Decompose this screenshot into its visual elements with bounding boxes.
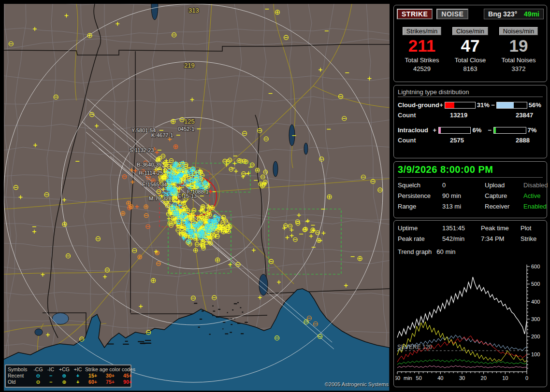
bearing-readout: Bng 323° 49mi [484,9,544,19]
cg-count-row: Count 13219 23847 [398,112,543,119]
cg-plus-pct: 31% [477,101,491,109]
range-ring-label: 313 [188,7,199,14]
intracloud-label: Intracloud [398,126,433,134]
strikes-counter: Strikes/min 211 Total Strikes 42529 [398,27,446,72]
peak-rate-label: Peak rate [398,235,442,242]
trend-section: Uptime 1351:45 Peak time Plot Peak rate … [393,220,547,387]
svg-text:50: 50 [416,375,422,381]
cell-label: F-1088-1 [187,189,209,195]
plot-label: Plot [521,224,550,232]
cg-plus-symbol: ⊕ [57,373,72,379]
upload-label: Upload [485,182,523,189]
legend-col-header: +IC [72,366,84,373]
trend-series-pink [397,365,527,368]
legend-col-header: -IC [44,366,57,373]
svg-text:20: 20 [481,375,487,381]
svg-text:100: 100 [531,351,540,357]
distribution-section: Lightning type distribution Cloud-ground… [393,85,547,158]
cg-minus-symbol: ⊖ [32,379,44,385]
close-per-min-value: 47 [461,36,480,56]
total-noises-value: 3372 [512,65,526,72]
ic-minus-symbol: − [44,379,57,385]
svg-text:30: 30 [459,375,465,381]
ic-plus-bar [438,127,471,134]
legend-row-label: Recent [8,373,32,379]
age-code: 60+ [84,379,101,385]
cloud-ground-label: Cloud-ground [398,101,439,109]
svg-text:300: 300 [531,316,540,322]
strike-button[interactable]: STRIKE [397,9,433,19]
distribution-title: Lightning type distribution [398,88,543,97]
datetime-display: 3/9/2026 8:00:00 PM [398,164,543,178]
squelch-value: 0 [442,182,485,189]
svg-text:200: 200 [531,334,540,339]
right-panel: STRIKE NOISE Bng 323° 49mi Strikes/min 2… [392,0,550,392]
strike-map[interactable]: 313219125Y-5801-540452-1K-4677-1S-1132-2… [4,4,390,391]
plot-value: Strike [521,235,550,242]
map-canvas: 313219125Y-5801-540452-1K-4677-1S-1132-2… [4,4,390,391]
ic-plus-symbol: + [72,373,84,379]
legend-row-label: Old [8,379,32,385]
cg-plus-count: 13219 [450,112,516,119]
count-label: Count [398,112,450,119]
ic-minus-bar [493,127,526,134]
range-ring-label: 219 [184,62,195,69]
svg-text:10: 10 [502,375,508,381]
close-per-min-chip: Close/min [452,27,488,35]
receiver-label: Receiver [485,203,523,210]
cell-label: H-1114-25 [139,170,163,176]
cg-minus-symbol: ⊖ [32,373,44,379]
svg-text:500: 500 [531,281,540,287]
age-code: 15+ [84,373,101,379]
count-label: Count [398,137,450,144]
legend-symbols-label: Symbols [8,366,32,373]
svg-text:0: 0 [525,375,528,381]
trend-series-yellow [397,322,527,363]
range-ring-label: 125 [184,118,195,125]
cg-plus-symbol: ⊕ [57,379,72,385]
cell-label: S-1132-23 [130,147,154,153]
capture-label: Capture [485,192,523,199]
total-close-value: 8163 [463,65,478,72]
receiver-status: Enabled [523,203,550,210]
strikes-per-min-value: 211 [408,36,435,56]
minus-sign: − [488,126,492,134]
svg-text:600: 600 [531,264,540,269]
trend-window-value: 60 min [436,248,455,255]
age-code: 30+ [101,373,119,379]
nexstorm-window: 313219125Y-5801-540452-1K-4677-1S-1132-2… [0,0,550,392]
status-section: 3/9/2026 8:00:00 PM Squelch 0 Upload Dis… [393,161,547,218]
legend-col-header: -CG [32,366,44,373]
minus-sign: − [491,101,495,109]
total-noises-label: Total Noises [502,56,536,64]
range-label: Range [398,203,442,210]
total-strikes-label: Total Strikes [405,56,439,64]
age-code: 90+ [119,379,136,385]
legend-age-title: Strike age color codes [84,366,136,373]
cg-plus-bar [445,102,475,109]
ic-count-row: Count 2575 2888 [398,137,543,144]
peak-time-value: 7:34 PM [481,235,521,242]
close-counter: Close/min 47 Total Close 8163 [446,27,494,72]
ic-plus-pct: 6% [472,126,487,134]
trend-graph: 1002003004005006000102030405060minSEVERE… [395,261,546,385]
cell-label: E-1565-34 [142,182,167,187]
ic-minus-count: 2888 [516,137,530,144]
intracloud-row: Intracloud + 6% − 7% [398,126,543,134]
noises-per-min-chip: Noises/min [499,27,538,35]
peak-rate-value: 542/min [442,235,481,242]
ic-plus-symbol: + [72,379,84,385]
ic-minus-pct: 7% [528,126,543,134]
cell-label: M-79-328 [149,196,172,201]
ic-plus-count: 2575 [450,137,516,144]
noise-button[interactable]: NOISE [436,9,468,19]
trend-graph-label: Trend graph [398,248,432,255]
capture-status: Active [523,192,550,199]
legend-col-header: +CG [57,366,72,373]
ic-minus-symbol: − [44,373,57,379]
cell-label: 0452-1 [178,126,194,132]
noises-counter: Noises/min 19 Total Noises 3372 [494,27,543,72]
peak-time-label: Peak time [481,224,521,232]
trend-series-white [397,277,527,337]
copyright-text: ©2005 Astrogenic Systems [325,381,389,387]
